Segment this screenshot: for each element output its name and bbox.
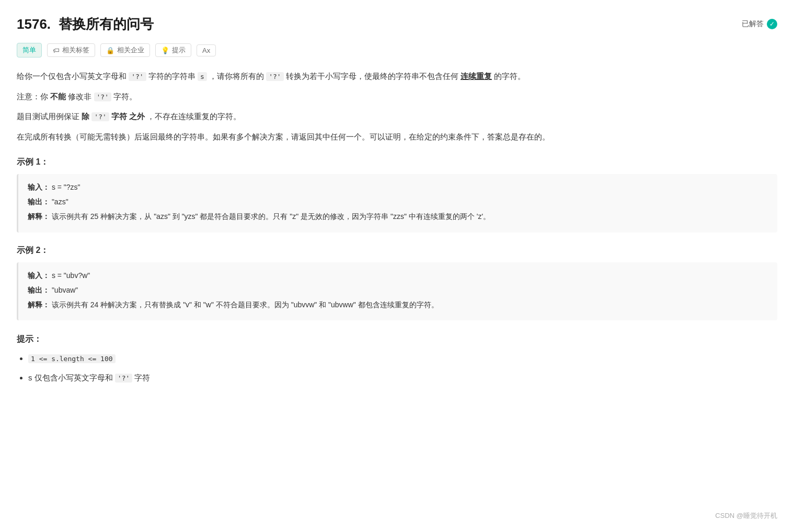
difficulty-tag: 简单 — [17, 43, 42, 57]
example-2-input-value: s = "ubv?w" — [52, 271, 90, 280]
example-2-explain-value: 该示例共有 24 种解决方案，只有替换成 "v" 和 "w" 不符合题目要求。因… — [52, 300, 439, 309]
example-2-output-value: "ubvaw" — [52, 286, 78, 294]
hint-text-2: s 仅包含小写英文字母和 '?' 字符 — [28, 373, 151, 382]
problem-title-text: 替换所有的问号 — [59, 16, 154, 32]
hints-title: 提示： — [17, 332, 777, 346]
related-tags-button[interactable]: 🏷 相关标签 — [47, 43, 95, 57]
hint-qmark-code: '?' — [115, 374, 132, 383]
solved-badge: 已解答 ✓ — [742, 18, 777, 30]
example-1-input-value: s = "?zs" — [52, 183, 80, 191]
examples-section: 示例 1： 输入： s = "?zs" 输出： "azs" 解释： 该示例共有 … — [17, 155, 777, 320]
after-guarantee-paragraph: 在完成所有转换（可能无需转换）后返回最终的字符串。如果有多个解决方案，请返回其中… — [17, 130, 777, 145]
translate-button[interactable]: Ax — [197, 44, 216, 56]
related-tags-label: 相关标签 — [62, 45, 89, 55]
qmark-code-2: '?' — [266, 72, 283, 81]
hint-icon: 💡 — [161, 47, 169, 54]
problem-title: 1576. 替换所有的问号 — [17, 13, 154, 36]
s-code: s — [198, 72, 207, 81]
example-2-box: 输入： s = "ubv?w" 输出： "ubvaw" 解释： 该示例共有 24… — [17, 262, 777, 320]
tags-row: 简单 🏷 相关标签 🔒 相关企业 💡 提示 Ax — [17, 43, 777, 57]
hint-code-1: 1 <= s.length <= 100 — [28, 354, 116, 363]
example-2-output: 输出： "ubvaw" — [28, 284, 768, 297]
problem-number: 1576. — [17, 16, 51, 32]
example-1-output: 输出： "azs" — [28, 196, 768, 209]
example-2-title: 示例 2： — [17, 243, 777, 257]
qmark-code-note: '?' — [94, 92, 111, 101]
example-1-input: 输入： s = "?zs" — [28, 181, 768, 194]
solved-check-icon: ✓ — [767, 19, 777, 29]
example-2-section: 示例 2： 输入： s = "ubv?w" 输出： "ubvaw" 解释： 该示… — [17, 243, 777, 321]
related-companies-button[interactable]: 🔒 相关企业 — [100, 43, 150, 57]
example-1-explain: 解释： 该示例共有 25 种解决方案，从 "azs" 到 "yzs" 都是符合题… — [28, 211, 768, 223]
guarantee-paragraph: 题目测试用例保证 除 '?' 字符 之外 ，不存在连续重复的字符。 — [17, 109, 777, 124]
note-paragraph: 注意：你 不能 修改非 '?' 字符。 — [17, 89, 777, 105]
example-1-section: 示例 1： 输入： s = "?zs" 输出： "azs" 解释： 该示例共有 … — [17, 155, 777, 233]
example-1-title: 示例 1： — [17, 155, 777, 169]
hints-list: 1 <= s.length <= 100 s 仅包含小写英文字母和 '?' 字符 — [17, 352, 777, 385]
hint-button[interactable]: 💡 提示 — [155, 43, 191, 57]
related-companies-label: 相关企业 — [117, 45, 144, 55]
solved-label: 已解答 — [742, 18, 764, 30]
example-2-input: 输入： s = "ubv?w" — [28, 270, 768, 282]
tag-icon: 🏷 — [53, 47, 60, 54]
hint-label: 提示 — [172, 45, 186, 55]
qmark-code-1: '?' — [129, 72, 146, 81]
translate-label: Ax — [202, 47, 210, 54]
example-2-explain: 解释： 该示例共有 24 种解决方案，只有替换成 "v" 和 "w" 不符合题目… — [28, 299, 768, 311]
header-row: 1576. 替换所有的问号 已解答 ✓ — [17, 13, 777, 36]
problem-content: 给你一个仅包含小写英文字母和 '?' 字符的字符串 s ，请你将所有的 '?' … — [17, 69, 777, 144]
hint-item-2: s 仅包含小写英文字母和 '?' 字符 — [28, 371, 777, 385]
example-1-explain-value: 该示例共有 25 种解决方案，从 "azs" 到 "yzs" 都是符合题目要求的… — [52, 212, 490, 221]
hints-section: 提示： 1 <= s.length <= 100 s 仅包含小写英文字母和 '?… — [17, 332, 777, 384]
desc-paragraph-1: 给你一个仅包含小写英文字母和 '?' 字符的字符串 s ，请你将所有的 '?' … — [17, 69, 777, 84]
company-icon: 🔒 — [106, 47, 114, 54]
qmark-code-guarantee: '?' — [91, 112, 109, 121]
hint-item-1: 1 <= s.length <= 100 — [28, 352, 777, 365]
example-1-box: 输入： s = "?zs" 输出： "azs" 解释： 该示例共有 25 种解决… — [17, 174, 777, 232]
example-1-output-value: "azs" — [52, 198, 68, 206]
